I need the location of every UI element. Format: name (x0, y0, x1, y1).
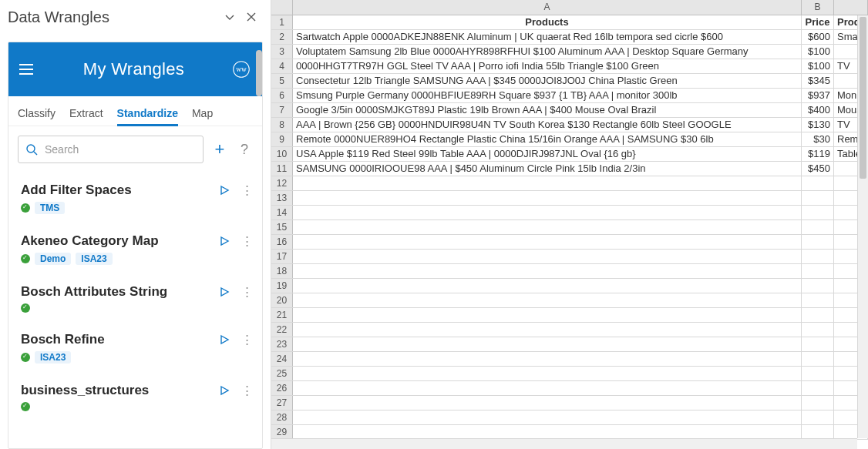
row-number[interactable]: 20 (271, 293, 293, 307)
cell[interactable] (293, 425, 802, 439)
data-row[interactable]: 26 (271, 381, 868, 396)
row-number[interactable]: 2 (271, 30, 293, 44)
card-scrollbar[interactable] (256, 50, 262, 96)
wrangle-item[interactable]: business_structures⋮ (18, 374, 259, 422)
horizontal-scrollbar[interactable] (271, 438, 857, 449)
column-header-B[interactable]: B (802, 0, 834, 15)
cell[interactable]: Products (293, 15, 802, 29)
cell[interactable] (802, 191, 834, 205)
data-row[interactable]: 19 (271, 279, 868, 293)
cell[interactable] (293, 410, 802, 424)
wrangle-item[interactable]: Add Filter Spaces⋮TMS (18, 174, 259, 225)
data-row[interactable]: 23 (271, 337, 868, 352)
tab-extract[interactable]: Extract (69, 104, 103, 126)
row-number[interactable]: 15 (271, 220, 293, 234)
data-row[interactable]: 20 (271, 293, 868, 308)
row-number[interactable]: 5 (271, 74, 293, 88)
cell[interactable]: $937 (802, 89, 834, 102)
cell[interactable] (802, 323, 834, 337)
cell[interactable] (802, 293, 834, 307)
cell[interactable] (293, 279, 802, 293)
more-icon[interactable]: ⋮ (239, 233, 256, 250)
cell[interactable]: $100 (802, 59, 834, 73)
cell[interactable]: $450 (802, 162, 834, 176)
run-icon[interactable] (216, 182, 233, 199)
cell[interactable] (293, 396, 802, 410)
menu-icon[interactable] (19, 61, 36, 78)
data-row[interactable]: 13 (271, 191, 868, 206)
tab-standardize[interactable]: Standardize (117, 104, 178, 126)
cell[interactable] (293, 293, 802, 307)
cell[interactable]: USA Apple $119 Red Steel 99lb Table AAA … (293, 147, 802, 161)
cell[interactable]: Google 3/5in 0000SMJKGT89J Plastic 19lb … (293, 103, 802, 117)
cell[interactable]: $119 (802, 147, 834, 161)
collapse-icon[interactable] (221, 8, 238, 25)
row-number[interactable]: 3 (271, 45, 293, 59)
cell[interactable] (293, 191, 802, 205)
cell[interactable]: $345 (802, 74, 834, 88)
data-row[interactable]: 17 (271, 250, 868, 264)
tag[interactable]: Demo (35, 253, 71, 265)
cell[interactable] (293, 176, 802, 190)
search-input[interactable] (43, 142, 197, 156)
data-row[interactable]: 27 (271, 396, 868, 410)
search-box[interactable] (18, 136, 204, 163)
row-number[interactable]: 19 (271, 279, 293, 293)
cell[interactable]: Voluptatem Samsung 2lb Blue 0000AHYR898R… (293, 45, 802, 59)
cell[interactable] (802, 410, 834, 424)
tab-classify[interactable]: Classify (18, 104, 56, 126)
row-number[interactable]: 1 (271, 15, 293, 29)
row-number[interactable]: 9 (271, 132, 293, 146)
data-row[interactable]: 9Remote 0000NUER89HO4 Rectangle Plastic … (271, 132, 868, 147)
more-icon[interactable]: ⋮ (239, 382, 256, 399)
row-number[interactable]: 14 (271, 206, 293, 219)
row-number[interactable]: 24 (271, 352, 293, 366)
cell[interactable] (293, 206, 802, 219)
row-number[interactable]: 11 (271, 162, 293, 176)
row-number[interactable]: 25 (271, 367, 293, 380)
ww-logo-icon[interactable]: ww (231, 59, 251, 79)
cell[interactable] (802, 250, 834, 263)
cell[interactable]: $400 (802, 103, 834, 117)
data-row[interactable]: 16 (271, 235, 868, 250)
data-row[interactable]: 28 (271, 410, 868, 425)
more-icon[interactable]: ⋮ (239, 331, 256, 348)
more-icon[interactable]: ⋮ (239, 283, 256, 300)
data-row[interactable]: 5Consectetur 12lb Triangle SAMSUNG AAA |… (271, 74, 868, 89)
tab-map[interactable]: Map (192, 104, 213, 126)
row-number[interactable]: 16 (271, 235, 293, 249)
row-number[interactable]: 17 (271, 250, 293, 263)
data-row[interactable]: 18 (271, 264, 868, 279)
data-row[interactable]: 24 (271, 352, 868, 367)
cell[interactable]: AAA | Brown {256 GB} 0000HNDUIR98U4N TV … (293, 118, 802, 132)
cell[interactable] (293, 308, 802, 322)
data-row[interactable]: 14 (271, 206, 868, 220)
cell[interactable]: 0000HHGT7TR97H GGL Steel TV AAA | Porro … (293, 59, 802, 73)
data-row[interactable]: 22 (271, 323, 868, 337)
cell[interactable] (802, 425, 834, 439)
vertical-scroll-thumb[interactable] (860, 17, 866, 179)
cell[interactable] (802, 264, 834, 278)
add-wrangle-button[interactable]: + (211, 141, 228, 158)
data-row[interactable]: 10USA Apple $119 Red Steel 99lb Table AA… (271, 147, 868, 162)
row-number[interactable]: 8 (271, 118, 293, 132)
close-icon[interactable] (243, 8, 260, 25)
tag[interactable]: TMS (35, 202, 65, 214)
cell[interactable] (293, 264, 802, 278)
header-row[interactable]: 1ProductsPriceProd (271, 15, 868, 30)
row-number[interactable]: 4 (271, 59, 293, 73)
run-icon[interactable] (216, 382, 233, 399)
row-number[interactable]: 26 (271, 381, 293, 395)
more-icon[interactable]: ⋮ (239, 182, 256, 199)
data-row[interactable]: 2Sartwatch Apple 0000ADKEJN88ENK Aluminu… (271, 30, 868, 45)
row-number[interactable]: 6 (271, 89, 293, 102)
wrangle-item[interactable]: Akeneo Category Map⋮DemoISA23 (18, 225, 259, 276)
run-icon[interactable] (216, 233, 233, 250)
row-number[interactable]: 27 (271, 396, 293, 410)
cell[interactable] (293, 220, 802, 234)
cell[interactable] (802, 352, 834, 366)
cell[interactable] (802, 337, 834, 351)
data-row[interactable]: 11SAMSUNG 0000IRIOOUE98 AAA | $450 Alumi… (271, 162, 868, 176)
data-row[interactable]: 40000HHGT7TR97H GGL Steel TV AAA | Porro… (271, 59, 868, 74)
cell[interactable]: $30 (802, 132, 834, 146)
